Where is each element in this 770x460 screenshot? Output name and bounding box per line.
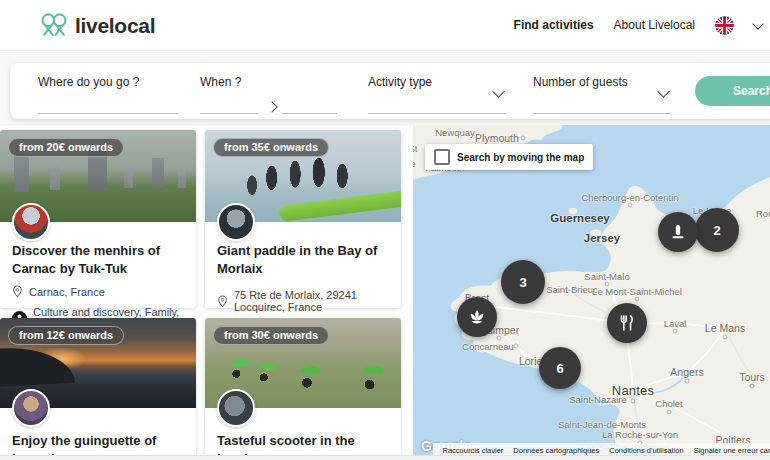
host-avatar[interactable]: [217, 203, 255, 241]
search-panel: Where do you go ? When ? Activity type N…: [10, 63, 770, 119]
attribution-terms[interactable]: Conditions d'utilisation: [609, 446, 683, 455]
activity-card[interactable]: from 20€ onwards Discover the menhirs of…: [0, 130, 196, 308]
price-badge: from 30€ onwards: [213, 326, 329, 345]
map-poi-lotus-icon[interactable]: [457, 297, 497, 337]
uk-flag-icon[interactable]: [715, 16, 734, 35]
host-avatar[interactable]: [12, 389, 50, 427]
date-start-input[interactable]: [200, 99, 258, 114]
where-label: Where do you go ?: [38, 75, 139, 89]
guests-chevron-down-icon[interactable]: [657, 85, 670, 98]
map-pin-icon: [217, 295, 228, 308]
attribution-keyboard-shortcuts[interactable]: Raccourcis clavier: [443, 446, 504, 455]
search-button[interactable]: Search: [695, 76, 770, 106]
map-cluster-marker[interactable]: 3: [501, 260, 545, 304]
card-title: Giant paddle in the Bay of Morlaix: [217, 242, 389, 277]
brand-logo[interactable]: livelocal: [38, 11, 155, 41]
nav-find-activities[interactable]: Find activities: [514, 18, 594, 32]
search-band: Where do you go ? When ? Activity type N…: [0, 50, 770, 126]
card-location-row: Carnac, France: [12, 285, 184, 298]
map-cluster-marker[interactable]: 2: [695, 208, 739, 252]
activity-chevron-down-icon[interactable]: [492, 85, 505, 98]
activity-card[interactable]: from 12€ onwards Enjoy the guinguette of…: [0, 318, 196, 460]
header: livelocal Find activities About Liveloca…: [0, 0, 770, 50]
map-pin-icon: [12, 285, 23, 298]
date-range-arrow-icon: [266, 101, 277, 112]
map-poi-restaurant-icon[interactable]: [607, 303, 647, 343]
map-markers: 236: [413, 125, 770, 460]
activity-card[interactable]: from 30€ onwards Tasteful scooter in the…: [205, 318, 401, 460]
date-end-input[interactable]: [282, 99, 337, 114]
horizontal-scrollbar[interactable]: [0, 455, 770, 460]
host-avatar[interactable]: [12, 203, 50, 241]
activity-card[interactable]: from 35€ onwards Giant paddle in the Bay…: [205, 130, 401, 308]
host-avatar[interactable]: [217, 389, 255, 427]
price-badge: from 35€ onwards: [213, 138, 329, 157]
brand-name: livelocal: [75, 14, 155, 38]
card-title: Discover the menhirs of Carnac by Tuk-Tu…: [12, 242, 184, 277]
language-chevron-down-icon[interactable]: [752, 18, 763, 29]
map-search-toggle[interactable]: Search by moving the map: [425, 144, 593, 170]
card-location-row: 75 Rte de Morlaix, 29241 Locquirec, Fran…: [217, 289, 389, 313]
map-container[interactable]: NewquayPlymouthFalmouthSteCherbourg-en-C…: [413, 125, 770, 460]
nav-about-livelocal[interactable]: About Livelocal: [614, 18, 695, 32]
activity-type-select[interactable]: [368, 99, 506, 114]
map-search-label: Search by moving the map: [457, 152, 584, 163]
map-cluster-marker[interactable]: 6: [539, 347, 581, 389]
where-input[interactable]: [38, 99, 178, 114]
guests-select[interactable]: [533, 99, 671, 114]
card-location: Carnac, France: [29, 286, 105, 298]
price-badge: from 20€ onwards: [8, 138, 124, 157]
card-location: 75 Rte de Morlaix, 29241 Locquirec, Fran…: [234, 289, 389, 313]
when-label: When ?: [200, 75, 241, 89]
attribution-map-data[interactable]: Données cartographiques: [513, 446, 599, 455]
price-badge: from 12€ onwards: [8, 326, 124, 345]
guests-label: Number of guests: [533, 75, 628, 89]
attribution-report-error[interactable]: Signaler une erreur cartographique: [694, 446, 770, 455]
livelocal-loops-icon: [38, 11, 70, 41]
header-nav: Find activities About Livelocal: [514, 0, 762, 50]
activity-type-label: Activity type: [368, 75, 432, 89]
page: livelocal Find activities About Liveloca…: [0, 0, 770, 460]
map-poi-monument-icon[interactable]: [658, 212, 698, 252]
map-search-checkbox[interactable]: [434, 149, 450, 165]
